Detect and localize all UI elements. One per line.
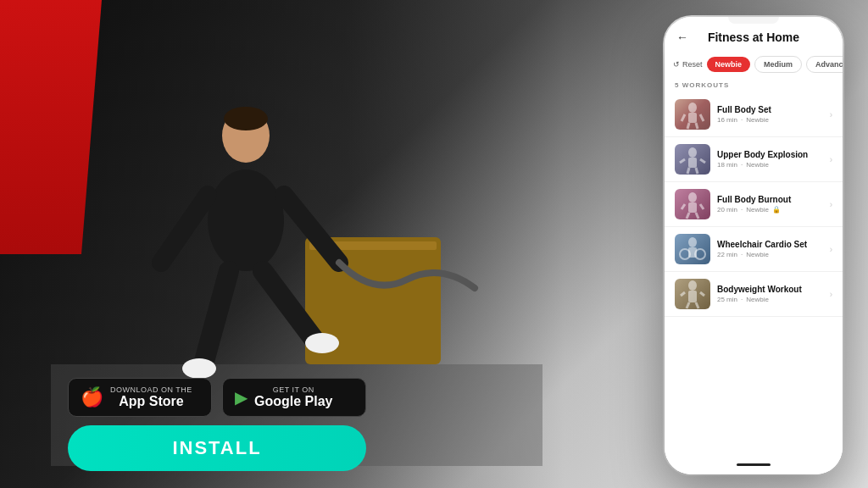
svg-line-22 — [687, 168, 689, 174]
svg-point-34 — [688, 280, 697, 291]
workout-meta-5: 25 min · Newbie — [717, 296, 830, 303]
google-play-main-label: Google Play — [254, 394, 332, 409]
app-store-sub-label: Download on the — [110, 385, 192, 394]
svg-rect-19 — [688, 158, 697, 168]
svg-line-23 — [696, 168, 698, 174]
svg-line-14 — [682, 114, 685, 121]
google-play-button[interactable]: ▶ GET IT ON Google Play — [222, 378, 366, 417]
svg-point-18 — [688, 147, 697, 158]
workout-duration-2: 18 min — [717, 161, 737, 169]
chevron-right-icon-3: › — [830, 200, 832, 209]
workout-count-label: 5 WORKOUTS — [665, 78, 843, 92]
dot-separator: · — [741, 206, 743, 214]
workout-item[interactable]: Upper Body Explosion 18 min · Newbie › — [665, 137, 843, 182]
svg-line-15 — [700, 114, 704, 121]
svg-line-21 — [700, 159, 705, 163]
svg-line-8 — [203, 271, 229, 364]
svg-line-29 — [696, 213, 698, 219]
reset-label: Reset — [682, 60, 703, 69]
reset-filter-button[interactable]: ↺ Reset — [673, 60, 703, 69]
home-indicator — [737, 463, 771, 466]
dot-separator: · — [741, 296, 743, 303]
workout-item[interactable]: Bodyweight Workout 25 min · Newbie › — [665, 272, 843, 317]
workout-thumb-3 — [675, 189, 710, 219]
workout-thumb-5 — [675, 279, 710, 309]
google-play-text: GET IT ON Google Play — [254, 385, 332, 409]
svg-line-27 — [700, 204, 704, 209]
svg-rect-13 — [688, 113, 697, 123]
workout-meta-2: 18 min · Newbie — [717, 161, 830, 169]
svg-point-10 — [182, 358, 216, 379]
google-play-sub-label: GET IT ON — [254, 385, 332, 394]
apple-icon: 🍎 — [81, 388, 103, 407]
workout-duration-3: 20 min — [717, 206, 737, 214]
workout-info-3: Full Body Burnout 20 min · Newbie 🔒 — [717, 195, 830, 214]
workout-name-2: Upper Body Explosion — [717, 150, 830, 159]
workout-duration-4: 22 min — [717, 251, 737, 258]
svg-line-28 — [687, 213, 689, 219]
svg-line-36 — [681, 292, 685, 296]
install-button[interactable]: INSTALL — [68, 425, 366, 471]
back-button[interactable]: ← — [676, 30, 688, 44]
lock-icon: 🔒 — [772, 206, 781, 214]
reset-icon: ↺ — [673, 60, 680, 69]
phone-mockup: ← Fitness at Home ↺ Reset Newbie Medium … — [665, 17, 843, 474]
play-icon: ▶ — [235, 389, 248, 406]
filter-tab-medium[interactable]: Medium — [754, 56, 802, 73]
filter-tab-newbie[interactable]: Newbie — [707, 57, 751, 72]
workout-item[interactable]: Wheelchair Cardio Set 22 min · Newbie › — [665, 227, 843, 272]
svg-point-24 — [688, 192, 697, 202]
workout-level-2: Newbie — [746, 161, 769, 169]
svg-point-12 — [688, 103, 697, 113]
workout-list: Full Body Set 16 min · Newbie › — [665, 92, 843, 454]
dot-separator: · — [741, 161, 743, 169]
app-store-main-label: App Store — [110, 394, 192, 409]
workout-item[interactable]: Full Body Burnout 20 min · Newbie 🔒 › — [665, 182, 843, 227]
dot-separator: · — [741, 251, 743, 258]
svg-line-20 — [680, 159, 685, 163]
chevron-right-icon-4: › — [830, 245, 832, 254]
phone-bottom-bar — [665, 454, 843, 474]
filter-tabs-row: ↺ Reset Newbie Medium Advance — [665, 51, 843, 78]
workout-duration-5: 25 min — [717, 296, 737, 303]
store-buttons-row: 🍎 Download on the App Store ▶ GET IT ON … — [68, 378, 366, 417]
app-store-text: Download on the App Store — [110, 385, 192, 409]
app-store-button[interactable]: 🍎 Download on the App Store — [68, 378, 212, 417]
svg-rect-25 — [688, 202, 697, 213]
workout-duration-1: 16 min — [717, 116, 737, 124]
chevron-right-icon-2: › — [830, 155, 832, 164]
filter-tab-advance[interactable]: Advance — [806, 56, 843, 73]
workout-thumb-2 — [675, 144, 710, 175]
chevron-right-icon-1: › — [830, 110, 832, 119]
workout-thumb-1 — [675, 99, 710, 130]
workout-info-2: Upper Body Explosion 18 min · Newbie — [717, 150, 830, 169]
svg-line-16 — [687, 123, 689, 129]
bottom-buttons-container: 🍎 Download on the App Store ▶ GET IT ON … — [68, 378, 366, 471]
svg-line-37 — [700, 292, 704, 296]
svg-line-39 — [696, 302, 698, 308]
workout-level-3: Newbie — [746, 206, 769, 214]
svg-line-6 — [161, 195, 208, 263]
svg-line-38 — [687, 302, 689, 308]
svg-rect-35 — [688, 291, 697, 302]
phone-notch — [728, 17, 779, 24]
workout-name-1: Full Body Set — [717, 105, 830, 114]
phone-screen: ← Fitness at Home ↺ Reset Newbie Medium … — [665, 17, 843, 474]
workout-meta-4: 22 min · Newbie — [717, 251, 830, 258]
workout-name-3: Full Body Burnout — [717, 195, 830, 204]
workout-info-4: Wheelchair Cardio Set 22 min · Newbie — [717, 240, 830, 258]
workout-name-5: Bodyweight Workout — [717, 285, 830, 294]
dot-separator: · — [741, 116, 743, 124]
workout-level-1: Newbie — [746, 116, 769, 124]
phone-screen-title: Fitness at Home — [708, 30, 799, 44]
workout-meta-1: 16 min · Newbie — [717, 116, 830, 124]
svg-point-5 — [208, 169, 284, 271]
workout-meta-3: 20 min · Newbie 🔒 — [717, 206, 830, 214]
workout-item[interactable]: Full Body Set 16 min · Newbie › — [665, 92, 843, 137]
svg-point-4 — [224, 107, 268, 130]
workout-level-4: Newbie — [746, 251, 769, 258]
chevron-right-icon-5: › — [830, 290, 832, 299]
workout-info-5: Bodyweight Workout 25 min · Newbie — [717, 285, 830, 303]
svg-point-11 — [305, 333, 339, 353]
workout-name-4: Wheelchair Cardio Set — [717, 240, 830, 249]
